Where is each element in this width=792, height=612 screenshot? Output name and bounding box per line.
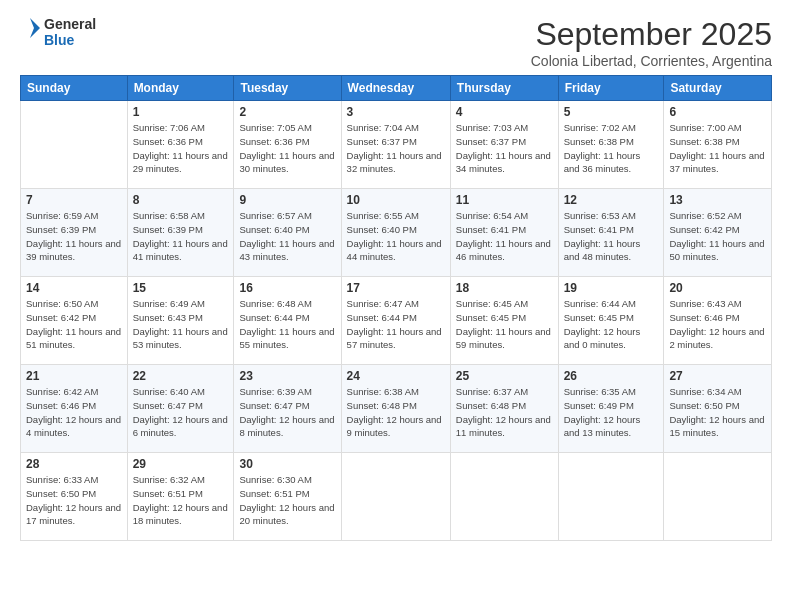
calendar-day-cell: 8Sunrise: 6:58 AM Sunset: 6:39 PM Daylig… bbox=[127, 189, 234, 277]
calendar-day-cell: 23Sunrise: 6:39 AM Sunset: 6:47 PM Dayli… bbox=[234, 365, 341, 453]
month-title: September 2025 bbox=[531, 16, 772, 53]
day-number: 5 bbox=[564, 105, 659, 119]
day-number: 2 bbox=[239, 105, 335, 119]
calendar-day-cell: 6Sunrise: 7:00 AM Sunset: 6:38 PM Daylig… bbox=[664, 101, 772, 189]
calendar-day-cell: 16Sunrise: 6:48 AM Sunset: 6:44 PM Dayli… bbox=[234, 277, 341, 365]
day-detail: Sunrise: 6:39 AM Sunset: 6:47 PM Dayligh… bbox=[239, 385, 335, 440]
page: General Blue September 2025 Colonia Libe… bbox=[0, 0, 792, 612]
calendar-day-cell: 19Sunrise: 6:44 AM Sunset: 6:45 PM Dayli… bbox=[558, 277, 664, 365]
day-number: 3 bbox=[347, 105, 445, 119]
day-number: 23 bbox=[239, 369, 335, 383]
day-detail: Sunrise: 6:50 AM Sunset: 6:42 PM Dayligh… bbox=[26, 297, 122, 352]
calendar-day-cell: 14Sunrise: 6:50 AM Sunset: 6:42 PM Dayli… bbox=[21, 277, 128, 365]
calendar-day-cell bbox=[450, 453, 558, 541]
day-detail: Sunrise: 6:38 AM Sunset: 6:48 PM Dayligh… bbox=[347, 385, 445, 440]
day-number: 25 bbox=[456, 369, 553, 383]
day-number: 29 bbox=[133, 457, 229, 471]
calendar-day-cell: 28Sunrise: 6:33 AM Sunset: 6:50 PM Dayli… bbox=[21, 453, 128, 541]
calendar-day-cell: 21Sunrise: 6:42 AM Sunset: 6:46 PM Dayli… bbox=[21, 365, 128, 453]
day-detail: Sunrise: 6:48 AM Sunset: 6:44 PM Dayligh… bbox=[239, 297, 335, 352]
day-detail: Sunrise: 6:34 AM Sunset: 6:50 PM Dayligh… bbox=[669, 385, 766, 440]
day-detail: Sunrise: 6:53 AM Sunset: 6:41 PM Dayligh… bbox=[564, 209, 659, 264]
day-detail: Sunrise: 6:54 AM Sunset: 6:41 PM Dayligh… bbox=[456, 209, 553, 264]
calendar-day-cell: 29Sunrise: 6:32 AM Sunset: 6:51 PM Dayli… bbox=[127, 453, 234, 541]
logo-text-general: General bbox=[44, 16, 96, 32]
day-number: 19 bbox=[564, 281, 659, 295]
day-detail: Sunrise: 7:06 AM Sunset: 6:36 PM Dayligh… bbox=[133, 121, 229, 176]
day-number: 10 bbox=[347, 193, 445, 207]
day-number: 9 bbox=[239, 193, 335, 207]
calendar-day-cell: 15Sunrise: 6:49 AM Sunset: 6:43 PM Dayli… bbox=[127, 277, 234, 365]
day-number: 28 bbox=[26, 457, 122, 471]
calendar-week-row: 14Sunrise: 6:50 AM Sunset: 6:42 PM Dayli… bbox=[21, 277, 772, 365]
day-number: 16 bbox=[239, 281, 335, 295]
day-number: 12 bbox=[564, 193, 659, 207]
calendar-day-cell: 25Sunrise: 6:37 AM Sunset: 6:48 PM Dayli… bbox=[450, 365, 558, 453]
calendar-day-cell: 22Sunrise: 6:40 AM Sunset: 6:47 PM Dayli… bbox=[127, 365, 234, 453]
calendar-day-cell: 27Sunrise: 6:34 AM Sunset: 6:50 PM Dayli… bbox=[664, 365, 772, 453]
day-detail: Sunrise: 6:47 AM Sunset: 6:44 PM Dayligh… bbox=[347, 297, 445, 352]
day-detail: Sunrise: 6:52 AM Sunset: 6:42 PM Dayligh… bbox=[669, 209, 766, 264]
day-detail: Sunrise: 6:35 AM Sunset: 6:49 PM Dayligh… bbox=[564, 385, 659, 440]
calendar-day-cell: 30Sunrise: 6:30 AM Sunset: 6:51 PM Dayli… bbox=[234, 453, 341, 541]
calendar-day-cell: 20Sunrise: 6:43 AM Sunset: 6:46 PM Dayli… bbox=[664, 277, 772, 365]
day-number: 1 bbox=[133, 105, 229, 119]
day-detail: Sunrise: 7:05 AM Sunset: 6:36 PM Dayligh… bbox=[239, 121, 335, 176]
day-detail: Sunrise: 6:44 AM Sunset: 6:45 PM Dayligh… bbox=[564, 297, 659, 352]
day-number: 26 bbox=[564, 369, 659, 383]
weekday-header-friday: Friday bbox=[558, 76, 664, 101]
calendar-week-row: 1Sunrise: 7:06 AM Sunset: 6:36 PM Daylig… bbox=[21, 101, 772, 189]
weekday-header-thursday: Thursday bbox=[450, 76, 558, 101]
day-detail: Sunrise: 7:02 AM Sunset: 6:38 PM Dayligh… bbox=[564, 121, 659, 176]
day-detail: Sunrise: 6:55 AM Sunset: 6:40 PM Dayligh… bbox=[347, 209, 445, 264]
calendar-week-row: 28Sunrise: 6:33 AM Sunset: 6:50 PM Dayli… bbox=[21, 453, 772, 541]
day-number: 22 bbox=[133, 369, 229, 383]
day-number: 27 bbox=[669, 369, 766, 383]
calendar-day-cell: 18Sunrise: 6:45 AM Sunset: 6:45 PM Dayli… bbox=[450, 277, 558, 365]
logo-container: General Blue bbox=[20, 16, 96, 48]
calendar-day-cell: 11Sunrise: 6:54 AM Sunset: 6:41 PM Dayli… bbox=[450, 189, 558, 277]
calendar-table: SundayMondayTuesdayWednesdayThursdayFrid… bbox=[20, 75, 772, 541]
calendar-day-cell: 7Sunrise: 6:59 AM Sunset: 6:39 PM Daylig… bbox=[21, 189, 128, 277]
calendar-day-cell bbox=[558, 453, 664, 541]
day-number: 13 bbox=[669, 193, 766, 207]
weekday-header-wednesday: Wednesday bbox=[341, 76, 450, 101]
weekday-header-monday: Monday bbox=[127, 76, 234, 101]
subtitle: Colonia Libertad, Corrientes, Argentina bbox=[531, 53, 772, 69]
day-detail: Sunrise: 7:03 AM Sunset: 6:37 PM Dayligh… bbox=[456, 121, 553, 176]
day-detail: Sunrise: 6:30 AM Sunset: 6:51 PM Dayligh… bbox=[239, 473, 335, 528]
day-number: 7 bbox=[26, 193, 122, 207]
day-detail: Sunrise: 6:42 AM Sunset: 6:46 PM Dayligh… bbox=[26, 385, 122, 440]
calendar-day-cell: 4Sunrise: 7:03 AM Sunset: 6:37 PM Daylig… bbox=[450, 101, 558, 189]
calendar-day-cell: 2Sunrise: 7:05 AM Sunset: 6:36 PM Daylig… bbox=[234, 101, 341, 189]
weekday-header-sunday: Sunday bbox=[21, 76, 128, 101]
day-detail: Sunrise: 6:37 AM Sunset: 6:48 PM Dayligh… bbox=[456, 385, 553, 440]
calendar-day-cell bbox=[21, 101, 128, 189]
day-number: 11 bbox=[456, 193, 553, 207]
header: General Blue September 2025 Colonia Libe… bbox=[20, 16, 772, 69]
day-detail: Sunrise: 6:59 AM Sunset: 6:39 PM Dayligh… bbox=[26, 209, 122, 264]
calendar-day-cell: 5Sunrise: 7:02 AM Sunset: 6:38 PM Daylig… bbox=[558, 101, 664, 189]
calendar-day-cell: 17Sunrise: 6:47 AM Sunset: 6:44 PM Dayli… bbox=[341, 277, 450, 365]
weekday-header-saturday: Saturday bbox=[664, 76, 772, 101]
day-number: 8 bbox=[133, 193, 229, 207]
calendar-week-row: 21Sunrise: 6:42 AM Sunset: 6:46 PM Dayli… bbox=[21, 365, 772, 453]
day-number: 14 bbox=[26, 281, 122, 295]
day-detail: Sunrise: 6:45 AM Sunset: 6:45 PM Dayligh… bbox=[456, 297, 553, 352]
weekday-header-tuesday: Tuesday bbox=[234, 76, 341, 101]
day-number: 15 bbox=[133, 281, 229, 295]
svg-marker-0 bbox=[30, 18, 40, 38]
day-number: 18 bbox=[456, 281, 553, 295]
day-detail: Sunrise: 6:43 AM Sunset: 6:46 PM Dayligh… bbox=[669, 297, 766, 352]
calendar-day-cell bbox=[664, 453, 772, 541]
day-detail: Sunrise: 6:49 AM Sunset: 6:43 PM Dayligh… bbox=[133, 297, 229, 352]
calendar-day-cell: 13Sunrise: 6:52 AM Sunset: 6:42 PM Dayli… bbox=[664, 189, 772, 277]
weekday-header-row: SundayMondayTuesdayWednesdayThursdayFrid… bbox=[21, 76, 772, 101]
logo: General Blue bbox=[20, 16, 96, 48]
day-detail: Sunrise: 7:04 AM Sunset: 6:37 PM Dayligh… bbox=[347, 121, 445, 176]
day-number: 30 bbox=[239, 457, 335, 471]
calendar-day-cell: 24Sunrise: 6:38 AM Sunset: 6:48 PM Dayli… bbox=[341, 365, 450, 453]
day-detail: Sunrise: 6:57 AM Sunset: 6:40 PM Dayligh… bbox=[239, 209, 335, 264]
calendar-day-cell bbox=[341, 453, 450, 541]
calendar-day-cell: 9Sunrise: 6:57 AM Sunset: 6:40 PM Daylig… bbox=[234, 189, 341, 277]
